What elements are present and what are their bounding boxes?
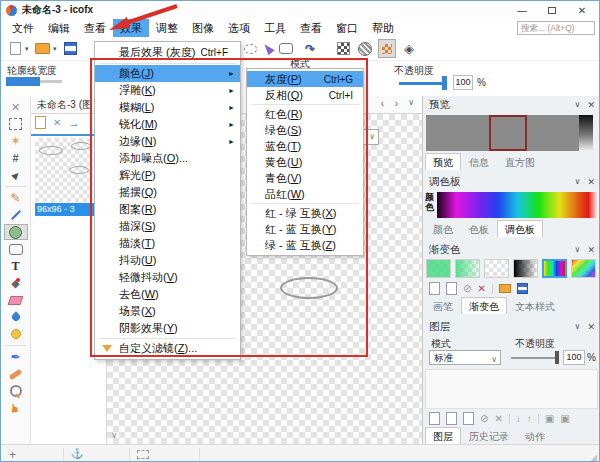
flatten-icon[interactable] xyxy=(560,413,569,424)
effects-item-M[interactable]: 锐化(M)► xyxy=(95,116,240,133)
gradient-tab-渐变色[interactable]: 渐变色 xyxy=(461,297,507,314)
menubar-item-编辑[interactable]: 编辑 xyxy=(41,19,77,37)
color-item-Q[interactable]: 反相(Q)Ctrl+I xyxy=(247,87,363,103)
menubar-item-窗口[interactable]: 窗口 xyxy=(329,19,365,37)
layer-opacity-slider-handle[interactable] xyxy=(555,351,559,364)
effects-item-N[interactable]: 边缘(N)► xyxy=(95,133,240,150)
save-button[interactable] xyxy=(61,39,79,58)
collapse-icon[interactable] xyxy=(575,177,581,187)
gradient-swatch-green[interactable] xyxy=(426,259,451,278)
close-icon[interactable] xyxy=(587,322,595,332)
export-image-icon[interactable] xyxy=(68,116,79,129)
brush-tool[interactable] xyxy=(4,190,28,206)
open-folder-sm-icon[interactable] xyxy=(499,284,511,293)
gradient-tab-文本样式[interactable]: 文本样式 xyxy=(507,297,563,314)
palette-tab-颜色[interactable]: 颜色 xyxy=(425,220,461,237)
menubar-item-查看[interactable]: 查看 xyxy=(77,19,113,37)
maximize-button[interactable] xyxy=(537,1,567,19)
opacity-slider-handle[interactable] xyxy=(442,76,447,90)
effects-item-S[interactable]: 描深(S) xyxy=(95,218,240,235)
effects-item-J[interactable]: 颜色(J)► xyxy=(95,65,240,82)
layers-tab-图层[interactable]: 图层 xyxy=(425,427,461,444)
add-icon[interactable] xyxy=(9,448,16,462)
move-down-icon[interactable] xyxy=(516,413,521,424)
close-icon[interactable] xyxy=(587,177,595,187)
new-layer-icon[interactable] xyxy=(429,412,440,425)
tab-list-icon[interactable]: ∨ xyxy=(408,98,414,107)
color-spectrum[interactable] xyxy=(437,192,598,218)
gradient-swatch-rainbow-diagonal[interactable] xyxy=(571,259,596,278)
open-dropdown-icon[interactable]: ▾ xyxy=(53,45,57,53)
save-sm-icon[interactable] xyxy=(517,283,528,294)
move-up-icon[interactable] xyxy=(527,413,532,424)
effects-item-X[interactable]: 场景(X) xyxy=(95,303,240,320)
effects-item-Z[interactable]: 自定义滤镜(Z)... xyxy=(95,340,240,357)
move-selection-tool[interactable] xyxy=(4,167,28,183)
layer-mode-combobox[interactable]: 标准 ∨ xyxy=(429,350,501,365)
rect-select-tool[interactable] xyxy=(4,116,28,132)
effects-item-O[interactable]: 添加噪点(O)... xyxy=(95,150,240,167)
rounded-rect-button[interactable] xyxy=(277,39,295,58)
layer-opacity-value[interactable]: 100 xyxy=(563,350,585,365)
rounded-rect-tool[interactable] xyxy=(4,241,28,257)
new-file-dropdown-icon[interactable]: ▾ xyxy=(25,45,29,53)
text-tool[interactable] xyxy=(4,258,28,274)
close-icon[interactable] xyxy=(587,245,595,255)
preview-tab-直方图[interactable]: 直方图 xyxy=(497,153,543,170)
menubar-item-工具[interactable]: 工具 xyxy=(257,19,293,37)
color-item-S[interactable]: 绿色(S) xyxy=(247,122,363,138)
resize-grip[interactable]: ◢ xyxy=(591,453,597,462)
close-icon[interactable] xyxy=(587,100,595,110)
minimize-button[interactable]: — xyxy=(507,1,537,19)
layers-tab-动作[interactable]: 动作 xyxy=(517,427,553,444)
deselect-tool[interactable] xyxy=(4,99,28,115)
effects-item-P[interactable]: 辉光(P) xyxy=(95,167,240,184)
effects-item-V[interactable]: 轻微抖动(V) xyxy=(95,269,240,286)
menubar-item-文件[interactable]: 文件 xyxy=(5,19,41,37)
eraser-tool[interactable] xyxy=(4,292,28,308)
retouch-tool[interactable] xyxy=(4,366,28,382)
new-item-icon[interactable] xyxy=(429,282,440,295)
opacity-slider-track[interactable] xyxy=(399,82,445,85)
outline-width-slider-track[interactable] xyxy=(40,80,62,83)
effects-item-K[interactable]: 浮雕(K)► xyxy=(95,82,240,99)
layer-list[interactable] xyxy=(425,369,598,409)
collapse-icon[interactable] xyxy=(575,245,581,255)
effects-item-Y[interactable]: 阴影效果(Y) xyxy=(95,320,240,337)
collapse-icon[interactable] xyxy=(575,322,581,332)
menubar-item-调整[interactable]: 调整 xyxy=(149,19,185,37)
next-tab-icon[interactable]: › xyxy=(395,98,398,109)
outline-width-slider[interactable] xyxy=(6,77,40,86)
color-item-V[interactable]: 青色(V) xyxy=(247,170,363,186)
color-item-W[interactable]: 品红(W) xyxy=(247,186,363,202)
color-item-T[interactable]: 蓝色(T) xyxy=(247,138,363,154)
effects-item-L[interactable]: 模糊(L)► xyxy=(95,99,240,116)
layers-stack-button[interactable] xyxy=(400,39,418,58)
opacity-value[interactable]: 100 xyxy=(453,75,473,90)
clear-layer-icon[interactable] xyxy=(480,413,488,424)
effects-item-Q[interactable]: 摇摆(Q) xyxy=(95,184,240,201)
ellipse-tool[interactable] xyxy=(4,224,28,240)
gradient-swatch-rainbow[interactable] xyxy=(542,259,567,278)
line-tool[interactable] xyxy=(4,207,28,223)
color-item-P[interactable]: 灰度(P)Ctrl+G xyxy=(247,71,363,87)
clear-item-icon[interactable] xyxy=(463,283,471,294)
delete-image-icon[interactable] xyxy=(53,116,61,129)
gradient-swatch-green-fade[interactable] xyxy=(455,259,480,278)
prev-tab-icon[interactable]: ‹ xyxy=(381,98,384,109)
effects-item-R[interactable]: 图案(R) xyxy=(95,201,240,218)
gradient-tab-画笔[interactable]: 画笔 xyxy=(425,297,461,314)
color-item-X[interactable]: 红 - 绿 互换(X) xyxy=(247,205,363,221)
color-item-U[interactable]: 黄色(U) xyxy=(247,154,363,170)
effects-item-U[interactable]: 抖动(U) xyxy=(95,252,240,269)
checker-pattern-button[interactable] xyxy=(334,39,352,58)
fill-tool[interactable] xyxy=(4,275,28,291)
zoom-tool[interactable] xyxy=(4,383,28,399)
palette-tab-色板[interactable]: 色板 xyxy=(461,220,497,237)
duplicate-item-icon[interactable] xyxy=(446,282,457,295)
search-input[interactable]: 搜索... (Alt+Q) xyxy=(517,21,595,35)
color-item-R[interactable]: 红色(R) xyxy=(247,106,363,122)
color-item-Z[interactable]: 绿 - 蓝 互换(Z) xyxy=(247,237,363,253)
duplicate-layer-icon[interactable] xyxy=(446,412,457,425)
open-folder-button[interactable] xyxy=(33,39,51,58)
